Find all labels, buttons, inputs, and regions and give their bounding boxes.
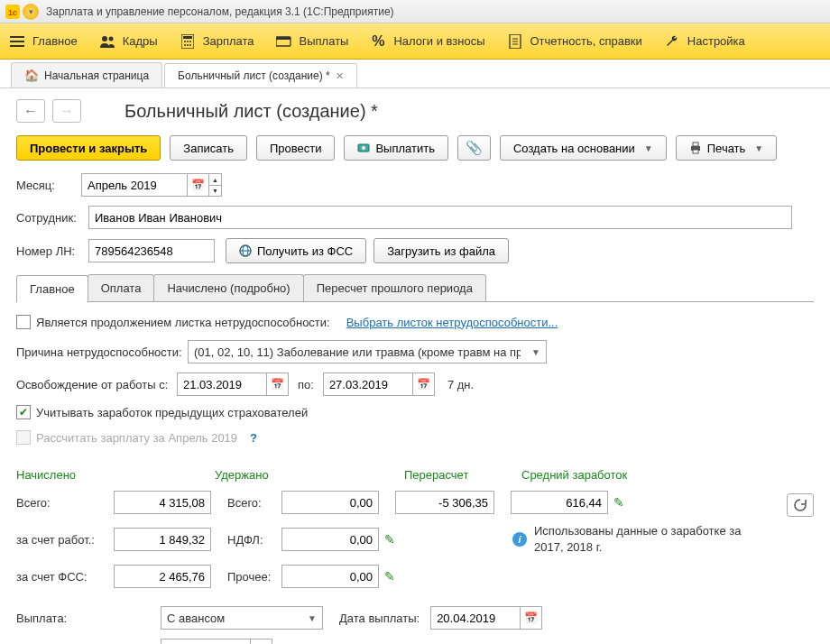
date-to-calendar[interactable]: 📅 (413, 373, 435, 396)
refresh-icon (793, 498, 807, 512)
nav-back-button[interactable]: ← (16, 99, 45, 123)
payout-date-calendar[interactable]: 📅 (521, 606, 542, 630)
month-spinner: ▲ ▼ (209, 173, 222, 197)
menubar: Главное Кадры Зарплата Выплаты %Налоги и… (0, 23, 830, 60)
subtab-recalc[interactable]: Пересчет прошлого периода (303, 274, 486, 301)
payout-select[interactable]: С авансом ▼ (161, 606, 323, 630)
pencil-icon[interactable]: ✎ (613, 495, 624, 510)
spinner-up[interactable]: ▲ (209, 173, 222, 185)
load-file-button[interactable]: Загрузить из файла (374, 238, 509, 263)
svg-text:1c: 1c (8, 8, 17, 17)
pencil-icon[interactable]: ✎ (384, 569, 395, 584)
report-icon (507, 33, 523, 50)
subtab-accrued[interactable]: Начислено (подробно) (153, 274, 303, 301)
menu-salary[interactable]: Зарплата (180, 33, 254, 50)
employer-label: за счет работ.: (16, 533, 114, 547)
total-withheld-input[interactable] (281, 491, 379, 514)
svg-rect-24 (693, 143, 698, 146)
submit-button[interactable]: Провести (256, 135, 336, 161)
menu-staff[interactable]: Кадры (99, 33, 158, 50)
submit-close-button[interactable]: Провести и закрыть (16, 135, 161, 161)
pay-button[interactable]: Выплатить (344, 135, 448, 161)
menu-reports[interactable]: Отчетность, справки (507, 33, 642, 50)
attach-button[interactable]: 📎 (457, 135, 491, 161)
ndfl-label: НДФЛ: (227, 533, 281, 547)
row-ln: Номер ЛН: Получить из ФСС Загрузить из ф… (16, 238, 814, 263)
row-employee: Сотрудник: (16, 206, 814, 229)
employee-input[interactable] (88, 206, 792, 229)
continuation-checkbox[interactable] (16, 315, 31, 329)
refresh-button[interactable] (787, 493, 814, 517)
money-icon (357, 142, 370, 154)
get-fss-button[interactable]: Получить из ФСС (226, 238, 366, 263)
ndfl-input[interactable] (281, 528, 379, 551)
total-withheld-label: Всего: (227, 496, 281, 510)
recalc-input[interactable] (395, 491, 494, 514)
total-accrued-input[interactable] (114, 491, 211, 514)
nav-forward-button[interactable]: → (52, 99, 81, 123)
reason-select[interactable]: (01, 02, 10, 11) Заболевание или травма … (188, 340, 547, 363)
svg-point-12 (184, 44, 186, 46)
svg-rect-8 (183, 36, 192, 39)
svg-point-10 (187, 41, 189, 42)
tab-home[interactable]: 🏠 Начальная страница (11, 62, 162, 87)
titlebar: 1c ▾ Зарплата и управление персоналом, р… (0, 0, 830, 23)
close-icon[interactable]: ✕ (336, 70, 344, 82)
help-icon[interactable]: ? (250, 431, 257, 445)
other-input[interactable] (281, 565, 379, 588)
titlebar-text: Зарплата и управление персоналом, редакц… (46, 5, 394, 18)
recalc-salary-checkbox (16, 430, 31, 445)
month-input[interactable] (81, 173, 188, 197)
chevron-down-icon: ▼ (531, 347, 540, 357)
pencil-icon[interactable]: ✎ (384, 532, 395, 547)
fss-input[interactable] (114, 565, 211, 588)
spinner-down[interactable]: ▼ (209, 185, 222, 197)
svg-point-11 (189, 41, 191, 42)
subtab-payment[interactable]: Оплата (88, 274, 155, 301)
svg-point-9 (184, 41, 186, 42)
date-from-input[interactable] (177, 373, 267, 396)
payout-date-input[interactable] (430, 606, 521, 630)
prev-insurers-checkbox[interactable]: ✔ (16, 405, 31, 419)
save-button[interactable]: Записать (170, 135, 247, 161)
release-label: Освобождение от работы с: (16, 378, 177, 391)
row-prev-insurers: ✔ Учитывать заработок предыдущих страхов… (16, 405, 814, 419)
payout-label: Выплата: (16, 612, 161, 625)
menu-label: Настройка (687, 34, 745, 48)
sum-line-fss: за счет ФСС: Прочее: ✎ (16, 565, 787, 588)
date-to-input[interactable] (323, 373, 413, 396)
subtabs: Главное Оплата Начислено (подробно) Пере… (16, 274, 814, 302)
chevron-down-icon: ▼ (308, 613, 317, 623)
menu-taxes[interactable]: %Налоги и взносы (370, 33, 484, 50)
date-from-calendar[interactable]: 📅 (267, 373, 289, 396)
total-label: Всего: (16, 496, 114, 510)
month-label: Месяц: (16, 179, 81, 192)
avg-input[interactable] (511, 491, 608, 514)
header-recalc: Перерасчет (404, 468, 521, 482)
employer-input[interactable] (114, 528, 211, 551)
create-based-label: Создать на основании (513, 142, 635, 155)
month-calendar-button[interactable]: 📅 (188, 173, 209, 197)
ln-input[interactable] (88, 239, 215, 262)
pay-label: Выплатить (375, 142, 435, 155)
tab-sick-leave[interactable]: Больничный лист (создание) * ✕ (164, 63, 357, 87)
create-based-button[interactable]: Создать на основании▼ (500, 135, 667, 161)
correction-calc-button[interactable] (251, 639, 272, 644)
correction-input[interactable] (161, 639, 251, 644)
titlebar-dropdown-icon[interactable]: ▾ (23, 4, 39, 20)
header-avg: Средний заработок (521, 468, 627, 482)
select-sheet-link[interactable]: Выбрать листок нетрудоспособности... (346, 316, 558, 329)
subtab-main[interactable]: Главное (16, 275, 88, 302)
reason-label: Причина нетрудоспособности: (16, 345, 188, 359)
row-reason: Причина нетрудоспособности: (01, 02, 10,… (16, 340, 814, 363)
recalc-salary-label: Рассчитать зарплату за Апрель 2019 (36, 431, 237, 445)
menu-burger[interactable]: Главное (9, 33, 78, 50)
menu-payments[interactable]: Выплаты (276, 33, 349, 50)
menu-settings[interactable]: Настройка (664, 33, 745, 50)
svg-point-22 (362, 146, 365, 150)
svg-point-5 (102, 36, 107, 41)
svg-point-13 (187, 44, 189, 46)
printer-icon (689, 142, 702, 154)
prev-insurers-label: Учитывать заработок предыдущих страховат… (36, 406, 308, 419)
print-button[interactable]: Печать▼ (676, 135, 778, 161)
